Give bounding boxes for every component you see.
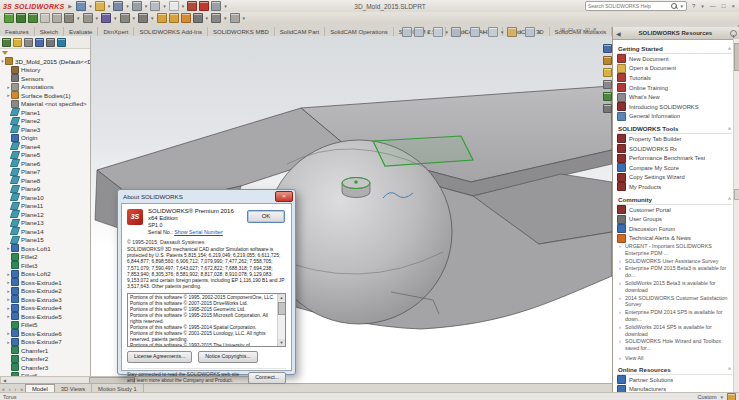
collapse-chevron-icon[interactable]: ^ [728, 126, 731, 132]
news-item[interactable]: ›SOLIDWORKS User Assistance Survey [619, 258, 732, 265]
notices-listbox[interactable]: Portions of this software © 1995, 2002-2… [127, 293, 286, 347]
tab-evaluate[interactable]: Evaluate [64, 27, 98, 36]
tab-dimxpert[interactable]: DimXpert [98, 27, 134, 36]
tree-item-boss-extrude2[interactable]: ▸Boss-Extrude2 [0, 287, 90, 296]
select-icon[interactable] [169, 1, 179, 11]
zoom-area-icon[interactable] [414, 27, 424, 37]
dropdown-caret-icon[interactable]: ▾ [114, 15, 117, 21]
tree-item-plane1[interactable]: Plane1 [0, 108, 90, 117]
geometry-edit-icon[interactable] [138, 13, 148, 23]
license-agreements-button[interactable]: License Agreements... [127, 351, 192, 363]
collapse-chevron-icon[interactable]: ^ [728, 196, 731, 202]
tree-item-boss-extrude5[interactable]: ▸Boss-Extrude5 [0, 312, 90, 321]
search-box[interactable]: ▾ [585, 1, 687, 11]
hide-show-items-icon[interactable] [488, 27, 498, 37]
tab-solidcam-operations[interactable]: SolidCAM Operations [325, 27, 394, 36]
search-input[interactable] [588, 3, 669, 9]
dialog-title-bar[interactable]: About SOLIDWORKS × [118, 190, 295, 202]
search-caret-icon[interactable]: ▾ [680, 3, 683, 9]
tree-item-plane9[interactable]: Plane9 [0, 185, 90, 194]
section-header-getting-started[interactable]: Getting Started^ [617, 44, 732, 54]
doc-close-button[interactable]: × [593, 26, 597, 33]
doc-minimize-button[interactable]: — [576, 26, 582, 33]
tree-item-plane6[interactable]: Plane6 [0, 159, 90, 168]
pane-item-manufacturers[interactable]: Manufacturers [617, 384, 732, 392]
dropdown-caret-icon[interactable]: ▾ [77, 15, 80, 21]
tree-item-chamfer1[interactable]: Chamfer1 [0, 346, 90, 355]
pane-item-general-information[interactable]: General Information [617, 112, 732, 122]
doc-cascade-button[interactable]: ⊟ [568, 26, 573, 33]
pane-item-introducing-solidworks[interactable]: Introducing SOLIDWORKS [617, 102, 732, 112]
tree-item-fillet3[interactable]: Fillet3 [0, 261, 90, 270]
pane-item-my-products[interactable]: My Products [617, 182, 732, 192]
operations-icon[interactable] [83, 13, 93, 23]
calculate-icon[interactable] [157, 13, 167, 23]
tree-item-plane4[interactable]: Plane4 [0, 142, 90, 151]
tree-item-plane15[interactable]: Plane15 [0, 236, 90, 245]
dropdown-caret-icon[interactable]: ▾ [427, 29, 430, 35]
tree-item-material-not-specified[interactable]: Material <not specified> [0, 100, 90, 109]
news-item[interactable]: ›Enterprise PDM 2015 Beta3 is available … [619, 265, 732, 279]
spline-tool-icon[interactable] [211, 13, 221, 23]
cam-manager-icon[interactable] [57, 38, 66, 47]
rebuild-icon[interactable] [187, 1, 197, 11]
scrollbar-thumb[interactable] [734, 43, 739, 71]
solidcam-new-icon[interactable] [4, 13, 14, 23]
propertymanager-icon[interactable] [13, 38, 22, 47]
tree-item-plane12[interactable]: Plane12 [0, 210, 90, 219]
collapse-chevron-icon[interactable]: ^ [728, 46, 731, 52]
dropdown-caret-icon[interactable]: ▾ [133, 15, 136, 21]
coordinate-system-icon[interactable] [40, 13, 50, 23]
file-explorer-tab-icon[interactable] [603, 68, 612, 77]
close-button[interactable]: × [729, 2, 737, 10]
tree-item-annotations[interactable]: ▸Annotations [0, 83, 90, 92]
pane-item-compare-my-score[interactable]: Compare My Score [617, 163, 732, 173]
tree-item-history[interactable]: History [0, 66, 90, 75]
sketch-highlight[interactable] [373, 136, 473, 166]
solidcam-tree-icon[interactable] [16, 13, 26, 23]
news-item[interactable]: ›Enterprise PDM 2014 SP5 is available fo… [619, 309, 732, 323]
dialog-close-button[interactable]: × [275, 191, 293, 202]
pane-item-customer-portal[interactable]: Customer Portal [617, 205, 732, 215]
search-icon[interactable] [671, 3, 677, 9]
machining-process-icon[interactable] [120, 13, 130, 23]
zoom-level-select[interactable]: Custom [698, 394, 717, 400]
doc-restore-button[interactable]: ⊡ [585, 26, 590, 33]
collapse-pane-icon[interactable]: ◀ [616, 30, 621, 37]
task-pane-scrollbar[interactable] [733, 39, 739, 392]
target-model-icon[interactable] [64, 13, 74, 23]
pane-item-property-tab-builder[interactable]: Property Tab Builder [617, 134, 732, 144]
pane-item-discussion-forum[interactable]: Discussion Forum [617, 224, 732, 234]
news-item[interactable]: ›SolidWorks 2014 SP5 is available for do… [619, 324, 732, 338]
listbox-scroll-thumb[interactable] [278, 302, 286, 315]
displaymanager-icon[interactable] [46, 38, 55, 47]
tree-item-chamfer2[interactable]: Chamfer2 [0, 355, 90, 364]
tool-table-icon[interactable] [101, 13, 111, 23]
dropdown-caret-icon[interactable]: ▾ [163, 3, 166, 9]
dropdown-caret-icon[interactable]: ▾ [446, 29, 449, 35]
tree-item-plane7[interactable]: Plane7 [0, 168, 90, 177]
dropdown-caret-icon[interactable]: ▾ [243, 15, 246, 21]
tree-item-origin[interactable]: Origin [0, 134, 90, 143]
tree-item-boss-loft2[interactable]: ▸Boss-Loft2 [0, 270, 90, 279]
dropdown-caret-icon[interactable]: ▾ [151, 15, 154, 21]
display-style-icon[interactable] [470, 27, 480, 37]
pane-item-copy-settings-wizard[interactable]: Copy Settings Wizard [617, 173, 732, 183]
ok-button[interactable]: OK [247, 210, 285, 223]
tag-icon[interactable] [727, 393, 736, 400]
connect-button[interactable]: Connect... [248, 372, 286, 384]
news-item[interactable]: ›SolidWorks 2015 Beta3 is available for … [619, 280, 732, 294]
tree-item-fillet5[interactable]: Fillet5 [0, 321, 90, 330]
dropdown-caret-icon[interactable]: ▾ [464, 29, 467, 35]
pane-item-what-s-new[interactable]: What's New [617, 92, 732, 102]
dimxpertmanager-icon[interactable] [35, 38, 44, 47]
open-document-icon[interactable] [95, 1, 105, 11]
pane-item-user-groups[interactable]: User Groups [617, 214, 732, 224]
section-view-icon[interactable] [433, 27, 443, 37]
doc-new-window-button[interactable]: ⊞ [560, 26, 565, 33]
section-header-solidworks-tools[interactable]: SOLIDWORKS Tools^ [617, 124, 732, 134]
design-library-tab-icon[interactable] [603, 56, 612, 65]
view-palette-tab-icon[interactable] [603, 80, 612, 89]
view-orientation-icon[interactable] [451, 27, 461, 37]
zoom-caret-icon[interactable]: ▾ [720, 394, 723, 400]
